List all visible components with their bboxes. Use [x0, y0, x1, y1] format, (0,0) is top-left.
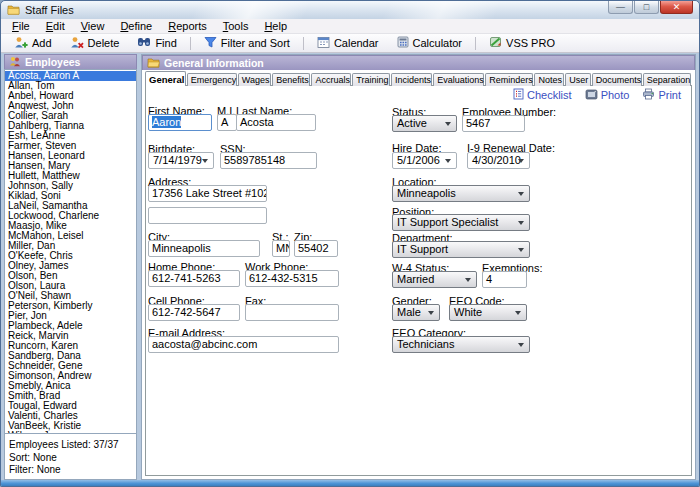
print-link[interactable]: Print [642, 88, 681, 102]
tab[interactable]: General [145, 71, 186, 86]
toolbar: Add Delete Find Filter and Sort Calendar… [1, 34, 699, 53]
calculator-label: Calculator [413, 37, 463, 49]
employees-panel-header: Employees [4, 54, 137, 69]
eeo-category-select[interactable]: Technicians [392, 336, 530, 353]
general-information-panel: General Information GeneralEmergencyWage… [141, 54, 696, 480]
delete-button[interactable]: Delete [61, 34, 129, 52]
exemptions-field[interactable]: 4 [482, 271, 527, 288]
chevron-down-icon [515, 311, 521, 315]
birthdate-picker[interactable]: 7/14/1979 [148, 152, 214, 169]
filter-funnel-icon [204, 36, 217, 50]
vss-pro-icon [489, 36, 502, 50]
chevron-down-icon [518, 248, 524, 252]
menu-item[interactable]: Define [112, 20, 160, 32]
find-button[interactable]: Find [128, 34, 185, 52]
eeo-code-select[interactable]: White [449, 304, 527, 321]
tab[interactable]: Wages [238, 73, 272, 86]
photo-link[interactable]: Photo [585, 89, 630, 102]
checklist-link[interactable]: Checklist [513, 88, 572, 102]
tab[interactable]: Separation [643, 73, 691, 86]
toolbar-separator [303, 37, 304, 50]
menu-item[interactable]: Edit [38, 20, 73, 32]
delete-label: Delete [88, 37, 120, 49]
address-line2-field[interactable] [148, 207, 267, 224]
first-name-field[interactable]: Aaron [148, 114, 212, 131]
status-select[interactable]: Active [392, 115, 457, 132]
add-button[interactable]: Add [5, 34, 61, 52]
window-title: Staff Files [25, 4, 74, 16]
cell-phone-field[interactable]: 612-742-5647 [148, 304, 240, 321]
toolbar-separator [475, 37, 476, 50]
close-button[interactable]: ✕ [660, 1, 693, 14]
maximize-button[interactable]: □ [634, 1, 659, 14]
department-select[interactable]: IT Support [392, 241, 530, 258]
employee-number-field[interactable]: 5467 [462, 115, 525, 132]
city-field[interactable]: Minneapolis [148, 240, 260, 257]
tab[interactable]: Benefits [272, 73, 310, 86]
filter-and-sort-button[interactable]: Filter and Sort [195, 34, 299, 52]
delete-person-icon [70, 36, 84, 51]
mi-field[interactable]: A [217, 114, 237, 131]
title-bar[interactable]: Staff Files — □ ✕ [1, 1, 699, 19]
calculator-button[interactable]: Calculator [388, 34, 472, 52]
menu-item[interactable]: Help [256, 20, 295, 32]
hire-date-picker[interactable]: 5/1/2006 [392, 152, 457, 169]
menu-item[interactable]: File [4, 20, 38, 32]
tab[interactable]: Accruals [311, 73, 351, 86]
add-label: Add [32, 37, 52, 49]
general-information-header: General Information [142, 55, 695, 70]
app-folder-icon [7, 1, 20, 19]
chevron-down-icon [518, 159, 524, 163]
address-line1-field[interactable]: 17356 Lake Street #102 [148, 185, 267, 202]
tab[interactable]: Reminders [485, 73, 533, 86]
i9-renewal-date-picker[interactable]: 4/30/2010 [467, 152, 530, 169]
find-label: Find [155, 37, 176, 49]
tab[interactable]: Documents [592, 73, 642, 86]
gender-select[interactable]: Male [392, 304, 440, 321]
chevron-down-icon [428, 311, 434, 315]
employees-listed-status: Employees Listed: 37/37 [9, 439, 132, 450]
checklist-label: Checklist [527, 89, 572, 101]
position-select[interactable]: IT Support Specialist [392, 214, 530, 231]
tab[interactable]: User [565, 73, 591, 86]
tab[interactable]: Incidents [391, 73, 432, 86]
tab[interactable]: Emergency [187, 73, 237, 86]
last-name-field[interactable]: Acosta [236, 114, 316, 131]
chevron-down-icon [445, 122, 451, 126]
print-label: Print [658, 89, 681, 101]
menu-item[interactable]: View [73, 20, 113, 32]
menu-item[interactable]: Tools [215, 20, 257, 32]
filter-and-sort-label: Filter and Sort [221, 37, 290, 49]
vss-pro-label: VSS PRO [506, 37, 555, 49]
chevron-down-icon [518, 192, 524, 196]
chevron-down-icon [518, 343, 524, 347]
state-field[interactable]: MN [272, 240, 290, 257]
toolbar-separator [190, 37, 191, 50]
zip-field[interactable]: 55402 [294, 240, 338, 257]
work-phone-field[interactable]: 612-432-5315 [245, 270, 339, 287]
location-select[interactable]: Minneapolis [392, 185, 530, 202]
print-icon [642, 88, 655, 102]
checklist-icon [513, 88, 524, 102]
chevron-down-icon [465, 278, 471, 282]
w4-status-select[interactable]: Married [392, 271, 477, 288]
menu-item[interactable]: Reports [160, 20, 215, 32]
employees-people-icon [9, 56, 21, 69]
filter-status: Filter: None [9, 464, 132, 475]
tab[interactable]: Notes [534, 73, 564, 86]
fax-field[interactable] [245, 304, 339, 321]
minimize-button[interactable]: — [608, 1, 633, 14]
email-field[interactable]: aacosta@abcinc.com [148, 336, 339, 353]
calendar-button[interactable]: Calendar [308, 34, 388, 52]
ssn-field[interactable]: 5589785148 [220, 152, 317, 169]
tab[interactable]: Evaluations [433, 73, 484, 86]
calendar-label: Calendar [334, 37, 379, 49]
tab[interactable]: Training [352, 73, 390, 86]
app-window: Staff Files — □ ✕ FileEditViewDefineRepo… [0, 0, 700, 487]
photo-label: Photo [601, 89, 630, 101]
home-phone-field[interactable]: 612-741-5263 [148, 270, 240, 287]
photo-icon [585, 89, 598, 102]
vss-pro-button[interactable]: VSS PRO [480, 34, 564, 52]
employee-list-footer: Employees Listed: 37/37 Sort: None Filte… [4, 434, 137, 480]
chevron-down-icon [202, 159, 208, 163]
